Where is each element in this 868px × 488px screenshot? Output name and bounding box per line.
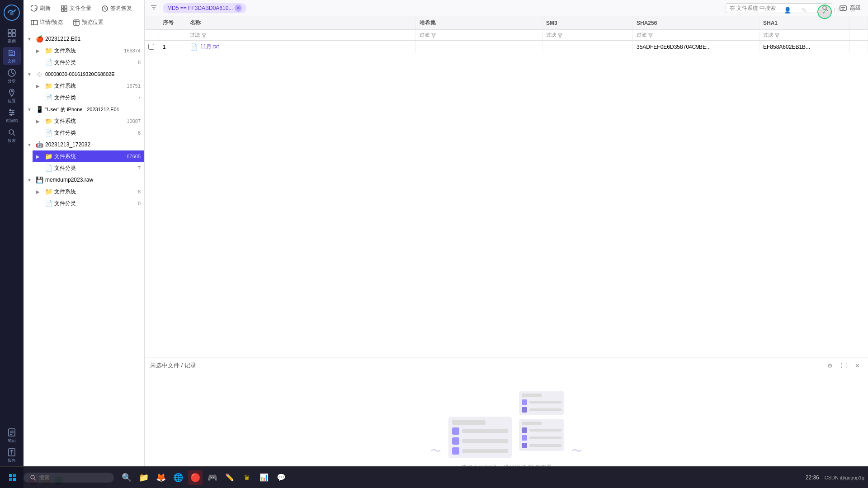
tree-node-device20231213: ▼ 🤖 20231213_172032 ▶ 📁 文件系统 87605 📄 文件分… <box>24 139 144 174</box>
preview-settings-button[interactable]: ⚙ <box>825 360 835 371</box>
file-icon: 📄 <box>190 43 198 51</box>
th-seq[interactable]: 序号 <box>159 16 186 29</box>
preview-controls: ⚙ ⛶ ✕ <box>825 360 863 371</box>
apple-icon: 🍎 <box>35 35 43 43</box>
filter-row: 过滤 过滤 过滤 过滤 <box>145 30 868 41</box>
app-logo <box>3 4 21 22</box>
th-select <box>145 16 159 29</box>
preview-location-button[interactable]: 预览位置 <box>69 17 107 28</box>
svg-rect-52 <box>9 478 12 481</box>
all-files-button[interactable]: 文件全量 <box>57 3 95 14</box>
file-section: 序号 名称 哈希集 SM3 SHA256 SHA1 <box>145 16 868 357</box>
filter-close-button[interactable]: ✕ <box>235 5 242 12</box>
taskbar-search-input[interactable] <box>39 474 98 481</box>
taskbar-search-box <box>24 473 114 483</box>
rail-item-dashboard[interactable]: 案例 <box>3 27 21 45</box>
svg-point-14 <box>12 112 14 113</box>
start-button[interactable] <box>4 469 22 487</box>
preview-header: 未选中文件 / 记录 ⚙ ⛶ ✕ <box>145 357 868 374</box>
settings-icon[interactable]: ✎ <box>797 4 810 16</box>
tree-item-device20231213[interactable]: ▼ 🤖 20231213_172032 <box>24 139 144 150</box>
detail-preview-button[interactable]: 详情/预览 <box>27 17 66 28</box>
tree-item-fs4-active[interactable]: ▶ 📁 文件系统 87605 <box>33 150 144 162</box>
svg-point-15 <box>11 114 12 115</box>
sha256-filter[interactable]: 过滤 <box>633 30 760 40</box>
pw-title-bar <box>452 420 486 425</box>
taskbar-icon-app2[interactable]: 🎮 <box>205 470 220 485</box>
rail-item-timeline[interactable]: 时间轴 <box>3 107 21 125</box>
taskbar-icons: 🔍 📁 🦊 🌐 🔴 🎮 ✏️ ♛ 📊 💬 <box>119 470 288 485</box>
taskbar-icon-files[interactable]: 📁 <box>137 470 151 485</box>
filter-toggle-button[interactable] <box>148 2 159 14</box>
preview-expand-button[interactable]: ⛶ <box>838 360 849 371</box>
sm3-filter[interactable]: 过滤 <box>542 30 633 40</box>
th-sha256[interactable]: SHA256 <box>633 16 760 29</box>
rail-item-notes[interactable]: 笔记 <box>3 427 21 445</box>
taskbar-icon-app1[interactable]: 🔴 <box>188 470 203 485</box>
tree-item-fs2[interactable]: ▶ 📁 文件系统 16751 <box>33 80 144 92</box>
maximize-button[interactable]: ☐ <box>830 4 843 16</box>
filter-bar: MD5 == FF3DABD0A610... ✕ 高级 <box>145 0 868 16</box>
filter-icon4 <box>648 33 653 38</box>
table-row[interactable]: 1 📄 11月.txt 35ADFEF0E6D358704C9BE... <box>145 41 868 53</box>
svg-line-17 <box>13 134 15 136</box>
taskbar-icon-chart[interactable]: 📊 <box>257 470 271 485</box>
table-body: 1 📄 11月.txt 35ADFEF0E6D358704C9BE... <box>145 41 868 357</box>
tree-item-fc2[interactable]: 📄 文件分类 7 <box>33 92 144 103</box>
tree-item-fs1[interactable]: ▶ 📁 文件系统 166874 <box>33 45 144 56</box>
tree-item-fc3[interactable]: 📄 文件分类 6 <box>33 127 144 139</box>
sign-restore-button[interactable]: 签名恢复 <box>98 3 136 14</box>
svg-rect-26 <box>61 9 64 11</box>
rail-item-search[interactable]: 搜索 <box>3 127 21 145</box>
taskbar-icon-search[interactable]: 🔍 <box>119 470 134 485</box>
taskbar-icon-chat[interactable]: 💬 <box>274 470 288 485</box>
left-wing: 〜 <box>430 444 441 458</box>
rail-item-analysis[interactable]: 分析 <box>3 67 21 85</box>
taskbar-icon-crown[interactable]: ♛ <box>240 470 254 485</box>
sidebar: 刷新 文件全量 签名恢复 详情/预览 预览位置 <box>24 0 145 488</box>
svg-rect-27 <box>65 9 67 11</box>
tree-item-memdump[interactable]: ▼ 💾 memdump2023.raw <box>24 174 144 186</box>
rail-item-location[interactable]: 位置 <box>3 87 21 105</box>
rail-item-files[interactable]: 文件 <box>3 47 21 65</box>
th-sha1[interactable]: SHA1 <box>760 16 850 29</box>
svg-point-16 <box>9 130 14 134</box>
tree-node-iphone20231212: ▼ 🍎 20231212.E01 ▶ 📁 文件系统 166874 📄 文件分类 <box>24 33 144 68</box>
tree-item-fc5[interactable]: 📄 文件分类 0 <box>33 197 144 209</box>
th-sm3[interactable]: SM3 <box>542 16 633 29</box>
file-link[interactable]: 📄 11月.txt <box>190 43 219 51</box>
user-icon[interactable]: 👤 <box>781 4 794 16</box>
filter-icon <box>202 33 206 38</box>
tree-node-user-iphone: ▼ 📱 "User" 的 iPhone - 20231212.E01 ▶ 📁 文… <box>24 103 144 139</box>
tree-item-iphone20231212[interactable]: ▼ 🍎 20231212.E01 <box>24 33 144 45</box>
md5-filter-tag[interactable]: MD5 == FF3DABD0A610... ✕ <box>163 3 246 13</box>
tree-item-device00008030[interactable]: ▼ ◎ 00008030-001619320C68802E <box>24 68 144 80</box>
row-checkbox[interactable] <box>148 44 154 50</box>
refresh-button[interactable]: 刷新 <box>27 3 54 14</box>
rail-item-report[interactable]: 报告 <box>3 446 21 465</box>
sidebar-tree: ▼ 🍎 20231212.E01 ▶ 📁 文件系统 166874 📄 文件分类 <box>24 31 144 473</box>
tree-item-user-iphone[interactable]: ▼ 📱 "User" 的 iPhone - 20231212.E01 <box>24 103 144 115</box>
row-extra <box>850 41 868 53</box>
svg-marker-45 <box>202 34 206 37</box>
close-button[interactable]: ✕ <box>846 4 859 16</box>
tree-item-fc4[interactable]: 📄 文件分类 7 <box>33 162 144 174</box>
sha1-filter[interactable]: 过滤 <box>760 30 850 40</box>
tree-item-fc1[interactable]: 📄 文件分类 8 <box>33 56 144 68</box>
row-select[interactable] <box>145 41 159 53</box>
taskbar-icon-edit[interactable]: ✏️ <box>222 470 237 485</box>
row-name: 📄 11月.txt <box>186 41 416 53</box>
taskbar-icon-firefox[interactable]: 🦊 <box>154 470 168 485</box>
th-hash[interactable]: 哈希集 <box>416 16 542 29</box>
minimize-button[interactable]: — <box>814 4 826 16</box>
svg-rect-2 <box>8 29 11 33</box>
tree-item-fs3[interactable]: ▶ 📁 文件系统 10087 <box>33 115 144 127</box>
taskbar-icon-chrome[interactable]: 🌐 <box>171 470 185 485</box>
hash-filter[interactable]: 过滤 <box>416 30 542 40</box>
name-filter[interactable]: 过滤 <box>186 30 416 40</box>
preview-title: 未选中文件 / 记录 <box>150 361 821 370</box>
th-name[interactable]: 名称 <box>186 16 416 29</box>
preview-close-button[interactable]: ✕ <box>852 360 863 371</box>
tree-item-fs5[interactable]: ▶ 📁 文件系统 8 <box>33 186 144 197</box>
pw-line3 <box>462 449 508 453</box>
